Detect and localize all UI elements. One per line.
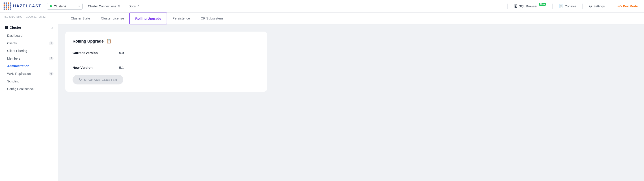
- sidebar-item-label: Client Filtering: [7, 49, 27, 53]
- dev-mode-button[interactable]: </> Dev Mode: [615, 3, 640, 10]
- gear-icon: ⚙: [589, 4, 592, 8]
- sidebar-item-label: Clients: [7, 42, 17, 45]
- dev-mode-label: Dev Mode: [623, 4, 638, 8]
- sidebar-item-label: Scripting: [7, 80, 19, 83]
- sql-browser-button[interactable]: 🗄 SQL Browser New: [511, 3, 548, 10]
- sidebar-item-scripting[interactable]: Scripting: [0, 78, 58, 85]
- new-badge: New: [539, 3, 546, 6]
- upgrade-cluster-button[interactable]: ↻ UPGRADE CLUSTER: [72, 75, 124, 84]
- rolling-upgrade-card: Rolling Upgrade 📋 Current Version 5.0 Ne…: [66, 32, 267, 92]
- sql-browser-label: SQL Browser: [519, 4, 538, 8]
- settings-label: Settings: [594, 4, 605, 8]
- sidebar-item-clients[interactable]: Clients 1: [0, 40, 58, 47]
- sidebar-item-label: Administration: [7, 64, 29, 68]
- sidebar-item-administration[interactable]: Administration: [0, 62, 58, 70]
- logo-dot: [8, 8, 9, 10]
- console-button[interactable]: 📄 Console: [556, 3, 579, 10]
- cluster-selector[interactable]: Cluster-2 ▾: [47, 3, 83, 10]
- plus-icon: ⊕: [118, 4, 120, 8]
- nav-divider: [611, 4, 611, 9]
- card-header: Rolling Upgrade 📋: [72, 39, 260, 44]
- logo-dot: [10, 6, 11, 8]
- current-version-value: 5.0: [119, 51, 124, 55]
- document-icon[interactable]: 📋: [106, 39, 111, 44]
- new-version-label: New Version: [72, 66, 108, 70]
- logo-text: HAZELCAST: [13, 4, 42, 8]
- current-version-label: Current Version: [72, 51, 108, 55]
- sidebar-item-wan-replication[interactable]: WAN Replication 0: [0, 70, 58, 78]
- database-icon: 🗄: [514, 4, 518, 8]
- sidebar-group-text: Cluster: [10, 26, 21, 29]
- nav-divider: [552, 4, 553, 9]
- sidebar-badge-members: 2: [49, 57, 54, 60]
- tab-cluster-license[interactable]: Cluster License: [96, 13, 130, 24]
- cluster-status-dot: [50, 5, 52, 8]
- tabs-bar: Cluster State Cluster License Rolling Up…: [58, 12, 644, 24]
- tab-rolling-upgrade[interactable]: Rolling Upgrade: [130, 12, 167, 24]
- logo-grid-icon: [4, 2, 11, 10]
- chevron-up-icon: ▲: [51, 26, 54, 29]
- content-area: Rolling Upgrade 📋 Current Version 5.0 Ne…: [58, 24, 644, 181]
- sidebar-group-label: ▦ Cluster: [4, 25, 21, 30]
- sidebar-item-label: Config Healthcheck: [7, 87, 34, 91]
- grid-icon: ▦: [4, 25, 8, 30]
- sidebar-badge-wan: 0: [49, 72, 54, 76]
- new-version-row: New Version 5.1: [72, 66, 260, 70]
- logo-dot: [10, 2, 11, 4]
- nav-divider: [582, 4, 583, 9]
- docs-button[interactable]: Docs ↗: [126, 3, 142, 10]
- app-body: 5.0-SNAPSHOT · 10/09/21 · 05:32 ▦ Cluste…: [0, 12, 644, 181]
- logo-dot: [6, 2, 7, 4]
- sidebar-badge-clients: 1: [49, 42, 54, 45]
- logo-dot: [4, 2, 5, 4]
- sidebar-item-members[interactable]: Members 2: [0, 55, 58, 62]
- logo: HAZELCAST: [4, 2, 42, 10]
- logo-dot: [6, 6, 7, 8]
- chevron-down-icon: ▾: [78, 5, 80, 8]
- cluster-connections-button[interactable]: Cluster Connections ⊕: [85, 3, 123, 10]
- code-icon: </>: [618, 4, 622, 8]
- sidebar-item-dashboard[interactable]: Dashboard: [0, 32, 58, 40]
- nav-divider: [508, 4, 508, 9]
- logo-dot: [10, 4, 11, 6]
- sidebar-item-config-healthcheck[interactable]: Config Healthcheck: [0, 85, 58, 93]
- upgrade-button-label: UPGRADE CLUSTER: [84, 78, 117, 82]
- settings-button[interactable]: ⚙ Settings: [586, 3, 608, 10]
- logo-dot: [8, 6, 9, 8]
- sidebar-item-label: WAN Replication: [7, 72, 31, 76]
- logo-dot: [6, 8, 7, 10]
- sidebar-item-label: Dashboard: [7, 34, 22, 38]
- logo-dot: [4, 4, 5, 6]
- sidebar-item-label: Members: [7, 57, 20, 60]
- top-nav: HAZELCAST Cluster-2 ▾ Cluster Connection…: [0, 0, 644, 12]
- cluster-name: Cluster-2: [54, 4, 76, 8]
- main-content: Cluster State Cluster License Rolling Up…: [58, 12, 644, 181]
- console-label: Console: [565, 4, 576, 8]
- console-icon: 📄: [559, 4, 564, 8]
- tab-cp-subsystem[interactable]: CP Subsystem: [195, 13, 228, 24]
- current-version-row: Current Version 5.0: [72, 51, 260, 55]
- tab-persistence[interactable]: Persistence: [167, 13, 195, 24]
- new-version-value: 5.1: [119, 66, 124, 70]
- cluster-connections-label: Cluster Connections: [88, 4, 116, 8]
- logo-dot: [4, 6, 5, 8]
- logo-dot: [4, 8, 5, 10]
- logo-dot: [8, 4, 9, 6]
- refresh-icon: ↻: [79, 78, 82, 82]
- logo-dot: [6, 4, 7, 6]
- external-link-icon: ↗: [137, 4, 140, 8]
- sidebar-item-client-filtering[interactable]: Client Filtering: [0, 47, 58, 55]
- sidebar-section: ▦ Cluster ▲ Dashboard Clients 1 Client F…: [0, 21, 58, 94]
- tab-cluster-state[interactable]: Cluster State: [66, 13, 96, 24]
- docs-label: Docs: [128, 4, 136, 8]
- divider: [72, 60, 260, 60]
- logo-dot: [8, 2, 9, 4]
- card-title: Rolling Upgrade: [72, 39, 104, 44]
- logo-dot: [10, 8, 11, 10]
- sidebar-group-cluster[interactable]: ▦ Cluster ▲: [0, 23, 58, 32]
- sidebar-version: 5.0-SNAPSHOT · 10/09/21 · 05:32: [0, 12, 58, 21]
- sidebar: 5.0-SNAPSHOT · 10/09/21 · 05:32 ▦ Cluste…: [0, 12, 58, 181]
